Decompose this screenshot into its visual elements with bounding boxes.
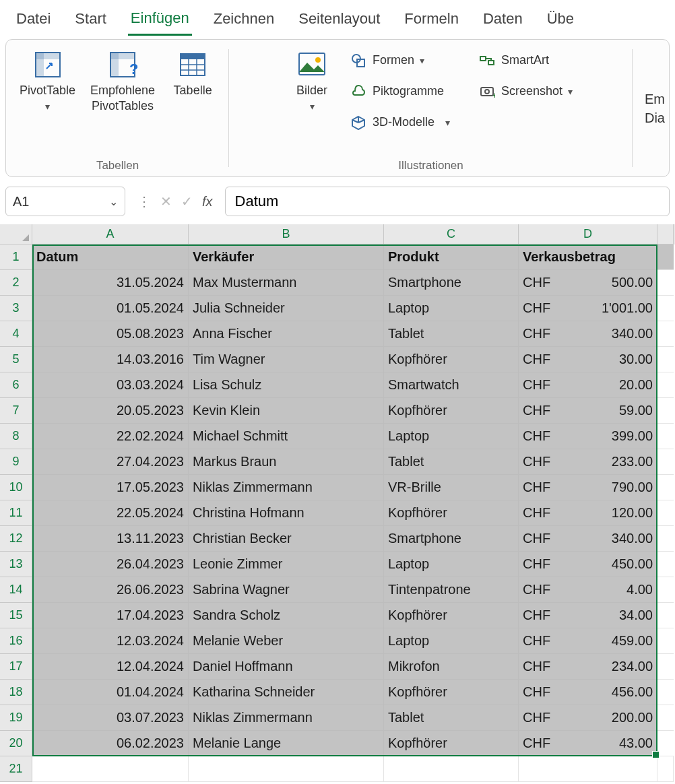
cell-amount[interactable]: CHF34.00	[519, 603, 657, 628]
menu-tab-formeln[interactable]: Formeln	[401, 6, 461, 34]
cell-date[interactable]: 17.04.2023	[32, 603, 189, 628]
cell-date[interactable]: 17.05.2023	[32, 475, 189, 500]
screenshot-button[interactable]: + Screenshot ▾	[474, 79, 577, 104]
cell-seller[interactable]: Tim Wagner	[189, 347, 384, 372]
cell-product[interactable]: Smartwatch	[384, 372, 519, 398]
cell[interactable]	[657, 372, 674, 398]
cell-seller[interactable]: Melanie Weber	[189, 628, 384, 654]
cell-seller[interactable]: Julia Schneider	[189, 296, 384, 321]
col-header-E[interactable]	[657, 224, 674, 244]
cell-seller[interactable]: Daniel Hoffmann	[189, 654, 384, 680]
menu-tab-übe[interactable]: Übe	[544, 6, 577, 34]
cell-product[interactable]: Laptop	[384, 296, 519, 321]
row-header[interactable]: 10	[0, 475, 32, 500]
cell-date[interactable]: 13.11.2023	[32, 526, 189, 552]
pivottable-button[interactable]: PivotTable ▾	[15, 46, 79, 115]
cell-date[interactable]: 12.03.2024	[32, 628, 189, 654]
cell[interactable]	[657, 577, 674, 603]
cell-amount[interactable]: CHF459.00	[519, 628, 657, 654]
cell-product[interactable]: VR-Brille	[384, 475, 519, 500]
pictures-button[interactable]: Bilder ▾	[285, 46, 339, 115]
cell-date[interactable]: 06.02.2023	[32, 731, 189, 756]
row-header[interactable]: 19	[0, 705, 32, 731]
3d-models-button[interactable]: 3D-Modelle ▾	[346, 110, 454, 135]
cell[interactable]	[189, 756, 384, 782]
cell[interactable]	[384, 756, 519, 782]
cell-date[interactable]: 22.02.2024	[32, 424, 189, 449]
row-header[interactable]: 13	[0, 552, 32, 577]
row-header[interactable]: 12	[0, 526, 32, 552]
cell-amount[interactable]: CHF790.00	[519, 475, 657, 500]
row-header[interactable]: 20	[0, 731, 32, 756]
cell-date[interactable]: 01.05.2024	[32, 296, 189, 321]
row-header[interactable]: 3	[0, 296, 32, 321]
cell-date[interactable]: 03.07.2023	[32, 705, 189, 731]
menu-tab-start[interactable]: Start	[72, 6, 108, 34]
cell[interactable]	[657, 628, 674, 654]
cell-amount[interactable]: CHF43.00	[519, 731, 657, 756]
menu-tab-datei[interactable]: Datei	[13, 6, 53, 34]
cell-seller[interactable]: Markus Braun	[189, 449, 384, 475]
formula-input[interactable]	[225, 187, 670, 216]
cell-amount[interactable]: CHF59.00	[519, 398, 657, 424]
header-cell[interactable]: Verkäufer	[189, 244, 384, 270]
menu-tab-seitenlayout[interactable]: Seitenlayout	[296, 6, 383, 34]
col-header-D[interactable]: D	[519, 224, 657, 244]
cell-date[interactable]: 14.03.2016	[32, 347, 189, 372]
row-header[interactable]: 18	[0, 680, 32, 705]
row-header[interactable]: 17	[0, 654, 32, 680]
cell-seller[interactable]: Niklas Zimmermann	[189, 705, 384, 731]
cell-amount[interactable]: CHF340.00	[519, 321, 657, 347]
header-cell[interactable]: Datum	[32, 244, 189, 270]
cell-date[interactable]: 26.06.2023	[32, 577, 189, 603]
select-all-corner[interactable]	[0, 224, 32, 244]
cell[interactable]	[657, 347, 674, 372]
cell[interactable]	[657, 321, 674, 347]
cell-seller[interactable]: Christina Hofmann	[189, 500, 384, 526]
cell-date[interactable]: 01.04.2024	[32, 680, 189, 705]
cell-product[interactable]: Kopfhörer	[384, 603, 519, 628]
cell-product[interactable]: Kopfhörer	[384, 731, 519, 756]
name-box[interactable]: A1 ⌄	[5, 187, 125, 216]
cell-product[interactable]: Tablet	[384, 321, 519, 347]
cell[interactable]	[657, 705, 674, 731]
cell-seller[interactable]: Katharina Schneider	[189, 680, 384, 705]
cell-seller[interactable]: Michael Schmitt	[189, 424, 384, 449]
enter-icon[interactable]: ✓	[181, 193, 193, 209]
cell-seller[interactable]: Niklas Zimmermann	[189, 475, 384, 500]
cell-product[interactable]: Kopfhörer	[384, 398, 519, 424]
col-header-C[interactable]: C	[384, 224, 519, 244]
cell-seller[interactable]: Sandra Scholz	[189, 603, 384, 628]
menu-tab-zeichnen[interactable]: Zeichnen	[211, 6, 278, 34]
cancel-icon[interactable]: ✕	[160, 193, 172, 209]
header-cell[interactable]: Produkt	[384, 244, 519, 270]
cell-product[interactable]: Kopfhörer	[384, 500, 519, 526]
cell-date[interactable]: 31.05.2024	[32, 270, 189, 296]
cell-amount[interactable]: CHF500.00	[519, 270, 657, 296]
cell-amount[interactable]: CHF233.00	[519, 449, 657, 475]
table-button[interactable]: Tabelle	[166, 46, 220, 101]
cell-seller[interactable]: Sabrina Wagner	[189, 577, 384, 603]
cell-product[interactable]: Mikrofon	[384, 654, 519, 680]
cell-product[interactable]: Smartphone	[384, 270, 519, 296]
row-header[interactable]: 8	[0, 424, 32, 449]
cell[interactable]	[657, 244, 674, 270]
cell-product[interactable]: Laptop	[384, 628, 519, 654]
cell-amount[interactable]: CHF30.00	[519, 347, 657, 372]
cell-seller[interactable]: Lisa Schulz	[189, 372, 384, 398]
cell-date[interactable]: 27.04.2023	[32, 449, 189, 475]
smartart-button[interactable]: SmartArt	[474, 48, 577, 73]
cell-seller[interactable]: Kevin Klein	[189, 398, 384, 424]
cell-product[interactable]: Smartphone	[384, 526, 519, 552]
row-header[interactable]: 14	[0, 577, 32, 603]
cell-amount[interactable]: CHF1'001.00	[519, 296, 657, 321]
col-header-B[interactable]: B	[189, 224, 384, 244]
cell-seller[interactable]: Max Mustermann	[189, 270, 384, 296]
cell-amount[interactable]: CHF200.00	[519, 705, 657, 731]
cell-date[interactable]: 20.05.2023	[32, 398, 189, 424]
cell[interactable]	[657, 296, 674, 321]
row-header[interactable]: 2	[0, 270, 32, 296]
row-header[interactable]: 6	[0, 372, 32, 398]
menu-tab-einfügen[interactable]: Einfügen	[128, 5, 192, 36]
row-header[interactable]: 4	[0, 321, 32, 347]
